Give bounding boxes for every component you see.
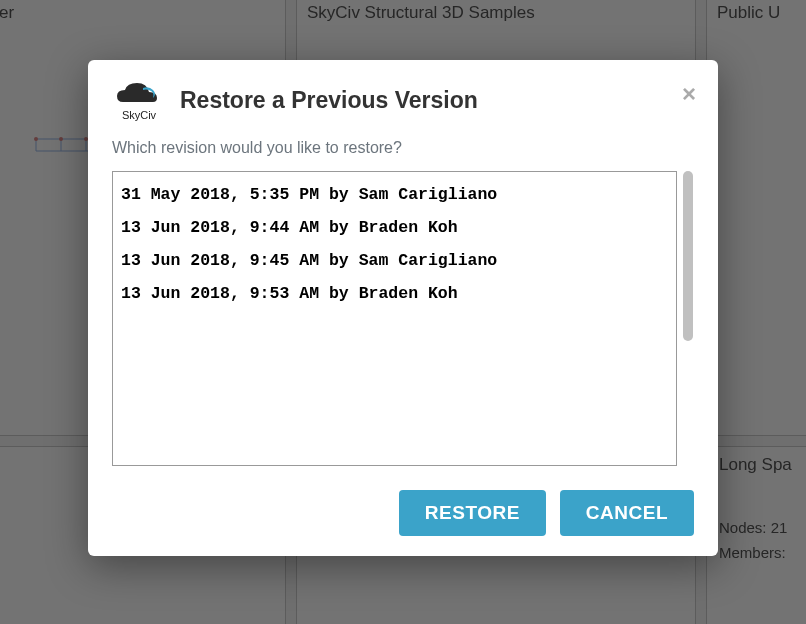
restore-version-modal: SkyCiv Restore a Previous Version × Whic… [88, 60, 718, 556]
skyciv-logo-text: SkyCiv [122, 109, 156, 121]
modal-title: Restore a Previous Version [180, 87, 478, 114]
skyciv-logo: SkyCiv [112, 80, 166, 121]
scrollbar[interactable] [681, 171, 695, 466]
restore-button[interactable]: RESTORE [399, 490, 546, 536]
skyciv-logo-icon [115, 80, 163, 110]
revision-list[interactable]: 31 May 2018, 5:35 PM by Sam Carigliano 1… [112, 171, 677, 466]
revision-item[interactable]: 13 Jun 2018, 9:53 AM by Braden Koh [117, 277, 672, 310]
modal-header: SkyCiv Restore a Previous Version [112, 80, 694, 121]
revision-list-container: 31 May 2018, 5:35 PM by Sam Carigliano 1… [112, 171, 677, 466]
revision-item[interactable]: 31 May 2018, 5:35 PM by Sam Carigliano [117, 178, 672, 211]
cancel-button[interactable]: CANCEL [560, 490, 694, 536]
modal-prompt: Which revision would you like to restore… [112, 139, 694, 157]
modal-overlay: SkyCiv Restore a Previous Version × Whic… [0, 0, 806, 624]
close-icon[interactable]: × [682, 82, 696, 106]
revision-item[interactable]: 13 Jun 2018, 9:45 AM by Sam Carigliano [117, 244, 672, 277]
scrollbar-thumb[interactable] [683, 171, 693, 341]
modal-footer: RESTORE CANCEL [112, 490, 694, 536]
revision-item[interactable]: 13 Jun 2018, 9:44 AM by Braden Koh [117, 211, 672, 244]
